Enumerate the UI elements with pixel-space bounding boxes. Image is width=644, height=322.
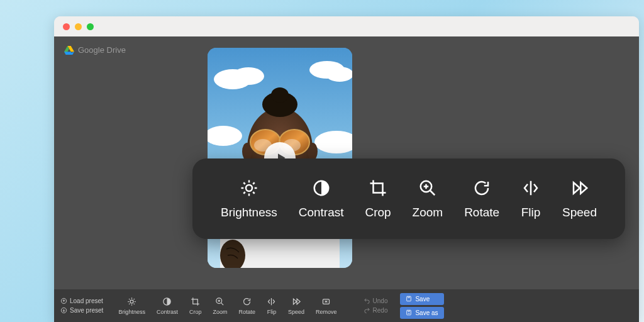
tool-rotate[interactable]: Rotate — [235, 297, 259, 315]
upload-icon — [60, 297, 67, 304]
crop-icon — [369, 179, 387, 197]
undo-label: Undo — [373, 297, 388, 304]
tool-label: Speed — [288, 309, 304, 315]
save-preset-button[interactable]: Save preset — [60, 307, 103, 314]
brand: Google Drive — [64, 45, 126, 55]
history-group: Undo Redo — [364, 297, 388, 314]
load-preset-label: Load preset — [70, 297, 103, 304]
save-as-label: Save as — [415, 309, 438, 316]
preset-group: Load preset Save preset — [60, 297, 103, 314]
crop-icon — [191, 297, 200, 306]
tool-label: Remove — [316, 309, 337, 315]
zoom-icon — [215, 297, 225, 306]
redo-label: Redo — [373, 307, 388, 314]
brand-label: Google Drive — [78, 45, 126, 55]
save-label: Save — [415, 296, 430, 303]
popup-label: Speed — [562, 206, 597, 219]
rotate-icon — [472, 179, 491, 197]
close-icon[interactable] — [63, 23, 70, 30]
popup-label: Brightness — [221, 206, 277, 219]
speed-icon — [292, 297, 301, 306]
contrast-icon — [162, 297, 172, 306]
popup-zoom[interactable]: Zoom — [413, 178, 443, 219]
svg-point-4 — [326, 67, 352, 82]
tool-label: Rotate — [238, 309, 255, 315]
tool-contrast[interactable]: Contrast — [153, 297, 182, 315]
tool-popup: Brightness Contrast Crop Zoom Rotate Fli… — [192, 158, 625, 239]
svg-point-28 — [246, 185, 252, 191]
bottom-toolbar: Load preset Save preset Brightness Contr… — [54, 289, 639, 322]
save-as-icon — [406, 309, 412, 316]
maximize-icon[interactable] — [87, 23, 94, 30]
tool-speed[interactable]: Speed — [284, 297, 308, 315]
tool-remove[interactable]: Remove — [312, 297, 341, 315]
tool-label: Brightness — [118, 309, 145, 315]
save-icon — [406, 296, 412, 302]
svg-point-2 — [233, 67, 264, 85]
flip-icon — [267, 297, 276, 306]
popup-contrast[interactable]: Contrast — [299, 178, 344, 219]
tool-label: Zoom — [213, 309, 227, 315]
tool-label: Contrast — [157, 309, 178, 315]
redo-button[interactable]: Redo — [364, 307, 388, 314]
popup-label: Contrast — [299, 206, 344, 219]
load-preset-button[interactable]: Load preset — [60, 297, 103, 304]
tool-crop[interactable]: Crop — [186, 297, 206, 315]
flip-icon — [521, 179, 540, 197]
popup-label: Crop — [365, 206, 391, 219]
redo-icon — [364, 307, 370, 314]
brightness-icon — [240, 179, 258, 197]
popup-crop[interactable]: Crop — [365, 178, 391, 219]
save-as-button[interactable]: Save as — [400, 307, 443, 319]
remove-icon — [321, 297, 331, 306]
popup-rotate[interactable]: Rotate — [464, 178, 499, 219]
popup-speed[interactable]: Speed — [562, 178, 597, 219]
download-icon — [60, 307, 67, 314]
svg-rect-27 — [407, 310, 411, 315]
rotate-icon — [242, 297, 252, 306]
popup-label: Flip — [521, 206, 541, 219]
tool-label: Crop — [189, 309, 202, 315]
save-preset-label: Save preset — [70, 307, 103, 314]
tool-flip[interactable]: Flip — [263, 297, 280, 315]
zoom-icon — [418, 179, 437, 197]
popup-label: Rotate — [464, 206, 499, 219]
contrast-icon — [312, 179, 331, 197]
save-group: Save Save as — [400, 293, 443, 319]
undo-icon — [364, 297, 370, 304]
popup-brightness[interactable]: Brightness — [221, 178, 277, 219]
minimize-icon[interactable] — [75, 23, 82, 30]
tool-zoom[interactable]: Zoom — [209, 297, 231, 315]
speed-icon — [570, 179, 589, 197]
brightness-icon — [127, 297, 136, 306]
undo-button[interactable]: Undo — [364, 297, 388, 304]
svg-point-11 — [271, 87, 289, 103]
popup-flip[interactable]: Flip — [521, 178, 541, 219]
svg-point-22 — [130, 300, 133, 303]
google-drive-icon — [64, 46, 74, 55]
tool-brightness[interactable]: Brightness — [114, 297, 149, 315]
svg-rect-26 — [407, 296, 411, 301]
titlebar — [54, 16, 639, 36]
save-button[interactable]: Save — [400, 293, 443, 305]
popup-label: Zoom — [413, 206, 443, 219]
tool-label: Flip — [267, 309, 277, 315]
